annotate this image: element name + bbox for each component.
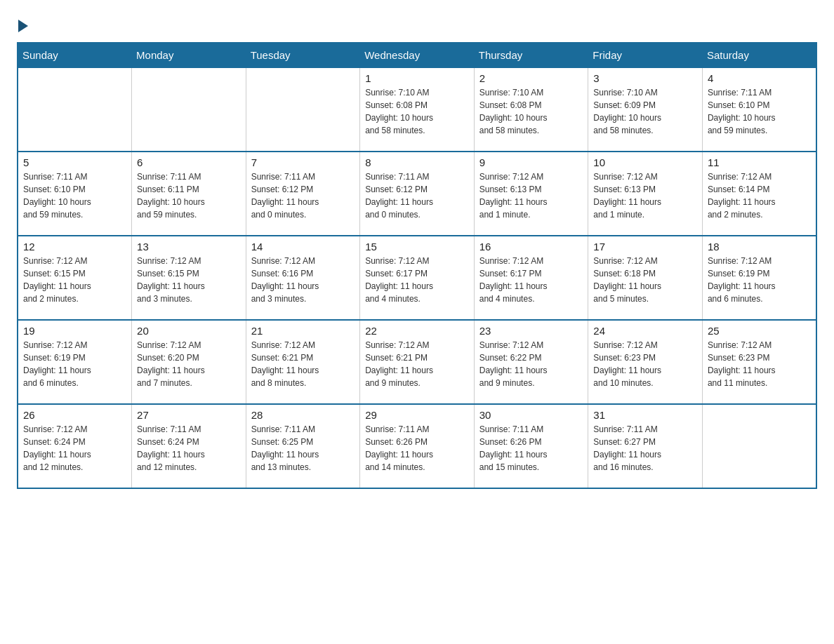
day-info: Sunrise: 7:11 AM Sunset: 6:26 PM Dayligh…: [479, 423, 583, 474]
calendar-week-1: 1Sunrise: 7:10 AM Sunset: 6:08 PM Daylig…: [18, 67, 816, 152]
day-info: Sunrise: 7:10 AM Sunset: 6:08 PM Dayligh…: [365, 86, 469, 137]
day-number: 11: [708, 156, 811, 168]
calendar-cell: 2Sunrise: 7:10 AM Sunset: 6:08 PM Daylig…: [474, 67, 588, 152]
calendar-cell: 18Sunrise: 7:12 AM Sunset: 6:19 PM Dayli…: [702, 236, 816, 320]
calendar-cell: 12Sunrise: 7:12 AM Sunset: 6:15 PM Dayli…: [18, 236, 132, 320]
day-info: Sunrise: 7:12 AM Sunset: 6:16 PM Dayligh…: [251, 255, 355, 305]
day-number: 7: [251, 156, 355, 168]
day-info: Sunrise: 7:12 AM Sunset: 6:14 PM Dayligh…: [708, 170, 811, 221]
calendar-cell: 14Sunrise: 7:12 AM Sunset: 6:16 PM Dayli…: [246, 236, 360, 320]
calendar-week-2: 5Sunrise: 7:11 AM Sunset: 6:10 PM Daylig…: [18, 152, 816, 236]
day-number: 5: [23, 156, 126, 168]
day-info: Sunrise: 7:11 AM Sunset: 6:12 PM Dayligh…: [251, 170, 355, 221]
day-number: 21: [251, 325, 355, 337]
day-info: Sunrise: 7:11 AM Sunset: 6:10 PM Dayligh…: [23, 170, 126, 221]
day-number: 30: [479, 409, 583, 421]
day-number: 17: [593, 241, 697, 253]
day-info: Sunrise: 7:12 AM Sunset: 6:13 PM Dayligh…: [593, 170, 697, 221]
calendar-cell: 30Sunrise: 7:11 AM Sunset: 6:26 PM Dayli…: [474, 404, 588, 488]
calendar-cell: 29Sunrise: 7:11 AM Sunset: 6:26 PM Dayli…: [360, 404, 475, 488]
calendar-cell: 10Sunrise: 7:12 AM Sunset: 6:13 PM Dayli…: [588, 152, 703, 236]
calendar-cell: 1Sunrise: 7:10 AM Sunset: 6:08 PM Daylig…: [360, 67, 475, 152]
calendar-cell: 27Sunrise: 7:11 AM Sunset: 6:24 PM Dayli…: [132, 404, 246, 488]
calendar-cell: 13Sunrise: 7:12 AM Sunset: 6:15 PM Dayli…: [132, 236, 246, 320]
calendar-cell: 19Sunrise: 7:12 AM Sunset: 6:19 PM Dayli…: [18, 320, 132, 404]
day-info: Sunrise: 7:12 AM Sunset: 6:18 PM Dayligh…: [593, 255, 697, 305]
calendar-cell: 5Sunrise: 7:11 AM Sunset: 6:10 PM Daylig…: [18, 152, 132, 236]
calendar-cell: [18, 67, 132, 152]
page-header: [17, 17, 817, 29]
weekday-header-sunday: Sunday: [18, 43, 132, 67]
calendar-cell: 28Sunrise: 7:11 AM Sunset: 6:25 PM Dayli…: [246, 404, 360, 488]
day-info: Sunrise: 7:12 AM Sunset: 6:23 PM Dayligh…: [593, 339, 697, 389]
day-number: 8: [365, 156, 469, 168]
day-info: Sunrise: 7:12 AM Sunset: 6:20 PM Dayligh…: [137, 339, 241, 389]
day-number: 19: [23, 325, 126, 337]
calendar-cell: 16Sunrise: 7:12 AM Sunset: 6:17 PM Dayli…: [474, 236, 588, 320]
calendar-cell: [246, 67, 360, 152]
day-number: 24: [593, 325, 697, 337]
calendar-cell: [132, 67, 246, 152]
day-number: 18: [708, 241, 811, 253]
day-number: 15: [365, 241, 469, 253]
calendar-cell: 22Sunrise: 7:12 AM Sunset: 6:21 PM Dayli…: [360, 320, 475, 404]
day-info: Sunrise: 7:11 AM Sunset: 6:26 PM Dayligh…: [365, 423, 469, 474]
calendar-week-3: 12Sunrise: 7:12 AM Sunset: 6:15 PM Dayli…: [18, 236, 816, 320]
day-info: Sunrise: 7:12 AM Sunset: 6:15 PM Dayligh…: [137, 255, 241, 305]
day-info: Sunrise: 7:11 AM Sunset: 6:24 PM Dayligh…: [137, 423, 241, 474]
day-info: Sunrise: 7:12 AM Sunset: 6:21 PM Dayligh…: [251, 339, 355, 389]
day-number: 1: [365, 72, 469, 84]
calendar-cell: 6Sunrise: 7:11 AM Sunset: 6:11 PM Daylig…: [132, 152, 246, 236]
calendar-cell: 23Sunrise: 7:12 AM Sunset: 6:22 PM Dayli…: [474, 320, 588, 404]
day-info: Sunrise: 7:10 AM Sunset: 6:09 PM Dayligh…: [593, 86, 697, 137]
calendar-cell: [702, 404, 816, 488]
day-info: Sunrise: 7:11 AM Sunset: 6:11 PM Dayligh…: [137, 170, 241, 221]
calendar-cell: 20Sunrise: 7:12 AM Sunset: 6:20 PM Dayli…: [132, 320, 246, 404]
day-info: Sunrise: 7:11 AM Sunset: 6:10 PM Dayligh…: [708, 86, 811, 137]
calendar-cell: 8Sunrise: 7:11 AM Sunset: 6:12 PM Daylig…: [360, 152, 475, 236]
weekday-header-thursday: Thursday: [474, 43, 588, 67]
day-info: Sunrise: 7:11 AM Sunset: 6:27 PM Dayligh…: [593, 423, 697, 474]
calendar-cell: 31Sunrise: 7:11 AM Sunset: 6:27 PM Dayli…: [588, 404, 703, 488]
day-number: 6: [137, 156, 241, 168]
calendar-week-4: 19Sunrise: 7:12 AM Sunset: 6:19 PM Dayli…: [18, 320, 816, 404]
day-number: 23: [479, 325, 583, 337]
day-info: Sunrise: 7:12 AM Sunset: 6:19 PM Dayligh…: [23, 339, 126, 389]
day-number: 10: [593, 156, 697, 168]
day-info: Sunrise: 7:12 AM Sunset: 6:19 PM Dayligh…: [708, 255, 811, 305]
day-number: 13: [137, 241, 241, 253]
weekday-header-monday: Monday: [132, 43, 246, 67]
calendar-week-5: 26Sunrise: 7:12 AM Sunset: 6:24 PM Dayli…: [18, 404, 816, 488]
day-number: 12: [23, 241, 126, 253]
weekday-header-friday: Friday: [588, 43, 703, 67]
weekday-header-tuesday: Tuesday: [246, 43, 360, 67]
weekday-header-row: SundayMondayTuesdayWednesdayThursdayFrid…: [18, 43, 816, 67]
day-number: 14: [251, 241, 355, 253]
calendar-table: SundayMondayTuesdayWednesdayThursdayFrid…: [17, 42, 817, 489]
calendar-cell: 26Sunrise: 7:12 AM Sunset: 6:24 PM Dayli…: [18, 404, 132, 488]
day-number: 25: [708, 325, 811, 337]
day-number: 22: [365, 325, 469, 337]
calendar-cell: 17Sunrise: 7:12 AM Sunset: 6:18 PM Dayli…: [588, 236, 703, 320]
day-number: 20: [137, 325, 241, 337]
day-number: 3: [593, 72, 697, 84]
day-number: 31: [593, 409, 697, 421]
day-number: 26: [23, 409, 126, 421]
day-info: Sunrise: 7:11 AM Sunset: 6:12 PM Dayligh…: [365, 170, 469, 221]
day-info: Sunrise: 7:12 AM Sunset: 6:17 PM Dayligh…: [365, 255, 469, 305]
day-info: Sunrise: 7:12 AM Sunset: 6:13 PM Dayligh…: [479, 170, 583, 221]
day-number: 9: [479, 156, 583, 168]
day-number: 4: [708, 72, 811, 84]
calendar-cell: 9Sunrise: 7:12 AM Sunset: 6:13 PM Daylig…: [474, 152, 588, 236]
day-info: Sunrise: 7:12 AM Sunset: 6:21 PM Dayligh…: [365, 339, 469, 389]
calendar-cell: 3Sunrise: 7:10 AM Sunset: 6:09 PM Daylig…: [588, 67, 703, 152]
calendar-cell: 11Sunrise: 7:12 AM Sunset: 6:14 PM Dayli…: [702, 152, 816, 236]
day-info: Sunrise: 7:11 AM Sunset: 6:25 PM Dayligh…: [251, 423, 355, 474]
day-info: Sunrise: 7:12 AM Sunset: 6:22 PM Dayligh…: [479, 339, 583, 389]
weekday-header-wednesday: Wednesday: [360, 43, 475, 67]
calendar-cell: 4Sunrise: 7:11 AM Sunset: 6:10 PM Daylig…: [702, 67, 816, 152]
day-info: Sunrise: 7:12 AM Sunset: 6:17 PM Dayligh…: [479, 255, 583, 305]
day-number: 27: [137, 409, 241, 421]
day-info: Sunrise: 7:12 AM Sunset: 6:23 PM Dayligh…: [708, 339, 811, 389]
day-info: Sunrise: 7:10 AM Sunset: 6:08 PM Dayligh…: [479, 86, 583, 137]
